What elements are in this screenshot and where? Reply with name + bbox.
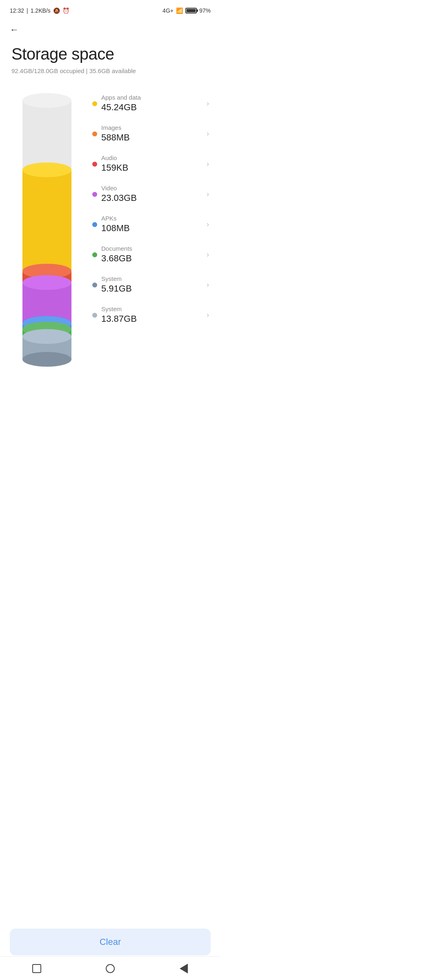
- storage-item-audio[interactable]: Audio 159KB ›: [92, 149, 212, 179]
- item-label-audio: Audio: [101, 154, 203, 161]
- item-value-apps: 45.24GB: [101, 102, 203, 113]
- item-info-system2: System 13.87GB: [101, 305, 203, 324]
- dot-audio: [92, 162, 97, 167]
- item-info-apks: APKs 108MB: [101, 215, 203, 234]
- seg-video-top: [22, 275, 71, 290]
- seg-apps-body: [22, 170, 71, 271]
- item-value-video: 23.03GB: [101, 193, 203, 203]
- item-value-audio: 159KB: [101, 163, 203, 173]
- storage-item-images[interactable]: Images 588MB ›: [92, 118, 212, 149]
- battery-indicator: [185, 8, 197, 13]
- cylinder-chart: [8, 88, 86, 374]
- status-bar: 12:32 | 1.2KB/s 🔕 ⏰ 4G+ 📶 97%: [0, 0, 220, 18]
- cylinder-svg: [14, 88, 80, 374]
- dot-system2: [92, 313, 97, 318]
- network-type: 4G+: [163, 7, 174, 14]
- dot-apps: [92, 101, 97, 106]
- chevron-apks: ›: [207, 220, 209, 229]
- main-content: Apps and data 45.24GB › Images 588MB › A…: [0, 84, 220, 378]
- battery-percent: 97%: [199, 7, 211, 14]
- status-right: 4G+ 📶 97%: [163, 7, 211, 14]
- item-info-documents: Documents 3.68GB: [101, 245, 203, 264]
- storage-item-system2[interactable]: System 13.87GB ›: [92, 300, 212, 330]
- item-value-images: 588MB: [101, 132, 203, 143]
- time-display: 12:32: [10, 7, 24, 14]
- item-label-video: Video: [101, 185, 203, 192]
- item-value-system2: 13.87GB: [101, 314, 203, 324]
- seg-system-top: [22, 329, 71, 344]
- item-label-system1: System: [101, 275, 203, 282]
- signal-icon: 📶: [176, 7, 183, 14]
- item-label-apps: Apps and data: [101, 94, 203, 101]
- seg-available-top: [22, 93, 71, 108]
- seg-apps-top: [22, 163, 71, 177]
- storage-item-apps[interactable]: Apps and data 45.24GB ›: [92, 88, 212, 118]
- item-info-audio: Audio 159KB: [101, 154, 203, 173]
- chevron-system2: ›: [207, 311, 209, 319]
- item-info-video: Video 23.03GB: [101, 185, 203, 203]
- dot-video: [92, 192, 97, 197]
- back-arrow-icon: ←: [10, 24, 19, 35]
- seg-system-bottom: [22, 352, 71, 367]
- item-value-documents: 3.68GB: [101, 253, 203, 264]
- dot-apks: [92, 222, 97, 227]
- chevron-audio: ›: [207, 160, 209, 168]
- mute-icon: 🔕: [53, 7, 60, 14]
- item-value-system1: 5.91GB: [101, 283, 203, 294]
- status-left: 12:32 | 1.2KB/s 🔕 ⏰: [10, 7, 69, 14]
- dot-documents: [92, 252, 97, 257]
- storage-item-apks[interactable]: APKs 108MB ›: [92, 209, 212, 239]
- storage-item-video[interactable]: Video 23.03GB ›: [92, 179, 212, 209]
- item-label-system2: System: [101, 305, 203, 312]
- network-speed: 1.2KB/s: [31, 7, 51, 14]
- storage-item-system1[interactable]: System 5.91GB ›: [92, 270, 212, 300]
- item-info-system1: System 5.91GB: [101, 275, 203, 294]
- item-label-apks: APKs: [101, 215, 203, 222]
- separator: |: [27, 7, 28, 14]
- seg-available-body: [22, 100, 71, 170]
- chevron-system1: ›: [207, 281, 209, 289]
- chevron-apps: ›: [207, 99, 209, 108]
- item-info-images: Images 588MB: [101, 124, 203, 143]
- chevron-video: ›: [207, 190, 209, 198]
- dot-images: [92, 131, 97, 136]
- dot-system1: [92, 283, 97, 287]
- storage-list: Apps and data 45.24GB › Images 588MB › A…: [92, 88, 212, 330]
- item-label-images: Images: [101, 124, 203, 131]
- item-info-apps: Apps and data 45.24GB: [101, 94, 203, 113]
- alarm-icon: ⏰: [62, 7, 69, 14]
- page-title: Storage space: [0, 42, 220, 66]
- item-label-documents: Documents: [101, 245, 203, 252]
- chevron-images: ›: [207, 129, 209, 138]
- back-button[interactable]: ←: [0, 18, 220, 42]
- item-value-apks: 108MB: [101, 223, 203, 234]
- chevron-documents: ›: [207, 250, 209, 259]
- page-subtitle: 92.4GB/128.0GB occupied | 35.6GB availab…: [0, 66, 220, 84]
- storage-item-documents[interactable]: Documents 3.68GB ›: [92, 239, 212, 270]
